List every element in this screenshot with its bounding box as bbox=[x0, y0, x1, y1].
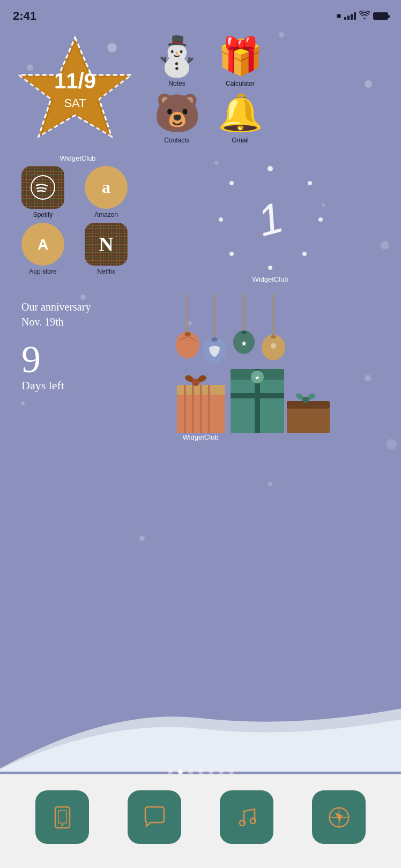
svg-rect-32 bbox=[231, 393, 284, 398]
app-item-appstore[interactable]: A App store bbox=[16, 223, 70, 275]
signal-dot bbox=[337, 14, 341, 18]
status-bar: 2:41 bbox=[0, 0, 401, 27]
app-item-spotify[interactable]: Spotify bbox=[16, 166, 70, 218]
svg-text:SAT: SAT bbox=[64, 96, 86, 110]
svg-text:★: ★ bbox=[255, 374, 260, 381]
spotify-label: Spotify bbox=[33, 211, 53, 218]
amazon-icon: a bbox=[85, 166, 128, 209]
page-dot-0[interactable] bbox=[168, 769, 173, 774]
svg-point-20 bbox=[271, 335, 276, 338]
clock-widget-label: WidgetClub bbox=[252, 275, 288, 283]
svg-rect-36 bbox=[287, 401, 330, 409]
gmail-label: Gmail bbox=[232, 137, 248, 144]
star-widget[interactable]: 11/9 SAT WidgetClub bbox=[16, 32, 139, 155]
anniversary-text: Our anniversaryNov. 19th bbox=[21, 299, 129, 329]
contacts-label: Contacts bbox=[164, 137, 189, 144]
status-time: 2:41 bbox=[13, 9, 36, 23]
app-item-netflix[interactable]: N Netflix bbox=[79, 223, 133, 275]
svg-point-18 bbox=[241, 331, 247, 334]
page-dot-4[interactable] bbox=[209, 769, 213, 774]
page-dot-3[interactable] bbox=[198, 769, 203, 774]
amazon-label: Amazon bbox=[94, 211, 118, 218]
notes-icon: ⛄ bbox=[155, 35, 198, 78]
star-widget-label: WidgetClub bbox=[16, 154, 139, 162]
app-item-notes[interactable]: ⛄ Notes bbox=[150, 35, 204, 87]
gifts-widget: ★ bbox=[145, 294, 385, 428]
netflix-icon: N bbox=[85, 223, 128, 266]
svg-text:★: ★ bbox=[241, 339, 248, 348]
anniversary-widget[interactable]: Our anniversaryNov. 19th 9 Days left bbox=[16, 294, 134, 428]
dock-messages[interactable] bbox=[128, 790, 181, 844]
appstore-icon: A bbox=[21, 223, 64, 266]
svg-text:A: A bbox=[38, 236, 48, 253]
right-apps-grid: ⛄ Notes 🎁 Calculator 🐻 bbox=[150, 32, 385, 144]
svg-point-37 bbox=[302, 397, 309, 403]
page-dots bbox=[0, 769, 401, 774]
left-apps-grid: Spotify a Amazon A bbox=[16, 166, 145, 275]
page-dot-2[interactable] bbox=[188, 769, 193, 774]
row1: 11/9 SAT WidgetClub ⛄ Notes 🎁 bbox=[0, 27, 401, 155]
app-row-4: A App store N Netflix bbox=[16, 223, 145, 275]
svg-point-21 bbox=[271, 343, 276, 349]
row3: Our anniversaryNov. 19th 9 Days left bbox=[0, 283, 401, 428]
app-item-calculator[interactable]: 🎁 Calculator bbox=[213, 35, 267, 87]
gifts-illustration: ★ bbox=[145, 294, 338, 444]
notes-label: Notes bbox=[168, 80, 185, 87]
clock-number: 1 bbox=[253, 193, 288, 246]
signal-bars-icon bbox=[344, 12, 356, 20]
dock-phone[interactable] bbox=[35, 790, 89, 844]
dock-safari[interactable] bbox=[312, 790, 366, 844]
star-widget-shape: 11/9 SAT bbox=[16, 32, 134, 150]
app-item-gmail[interactable]: 🔔 Gmail bbox=[213, 92, 267, 144]
dock bbox=[0, 774, 401, 868]
snow-hill bbox=[0, 675, 401, 772]
page-dot-6[interactable] bbox=[229, 769, 234, 774]
battery-icon bbox=[373, 12, 388, 20]
svg-text:a: a bbox=[102, 177, 110, 197]
app-row-3: Spotify a Amazon bbox=[16, 166, 145, 218]
dock-music[interactable] bbox=[220, 790, 273, 844]
svg-point-38 bbox=[61, 824, 63, 826]
app-item-amazon[interactable]: a Amazon bbox=[79, 166, 133, 218]
svg-point-28 bbox=[192, 379, 199, 386]
netflix-label: Netflix bbox=[97, 268, 115, 275]
spotify-icon bbox=[21, 166, 64, 209]
clock-face: 1 bbox=[217, 166, 324, 273]
status-icons bbox=[337, 11, 388, 21]
calculator-label: Calculator bbox=[226, 80, 255, 87]
svg-point-13 bbox=[184, 332, 191, 336]
app-item-contacts[interactable]: 🐻 Contacts bbox=[150, 92, 204, 144]
calculator-icon: 🎁 bbox=[219, 35, 262, 78]
clock-widget[interactable]: 1 WidgetClub bbox=[155, 166, 385, 283]
appstore-label: App store bbox=[29, 268, 56, 275]
app-row-2: 🐻 Contacts 🔔 Gmail bbox=[150, 92, 385, 144]
page-dot-1[interactable] bbox=[178, 769, 183, 774]
page-dot-5[interactable] bbox=[219, 769, 224, 774]
days-left-text: Days left bbox=[21, 379, 129, 393]
app-row-1: ⛄ Notes 🎁 Calculator bbox=[150, 35, 385, 87]
svg-text:11/9: 11/9 bbox=[54, 69, 96, 93]
wifi-icon bbox=[359, 11, 370, 21]
svg-point-15 bbox=[211, 337, 218, 342]
gmail-icon: 🔔 bbox=[219, 92, 262, 134]
contacts-icon: 🐻 bbox=[155, 92, 198, 134]
days-left-number: 9 bbox=[21, 340, 129, 379]
row2: Spotify a Amazon A bbox=[0, 155, 401, 283]
